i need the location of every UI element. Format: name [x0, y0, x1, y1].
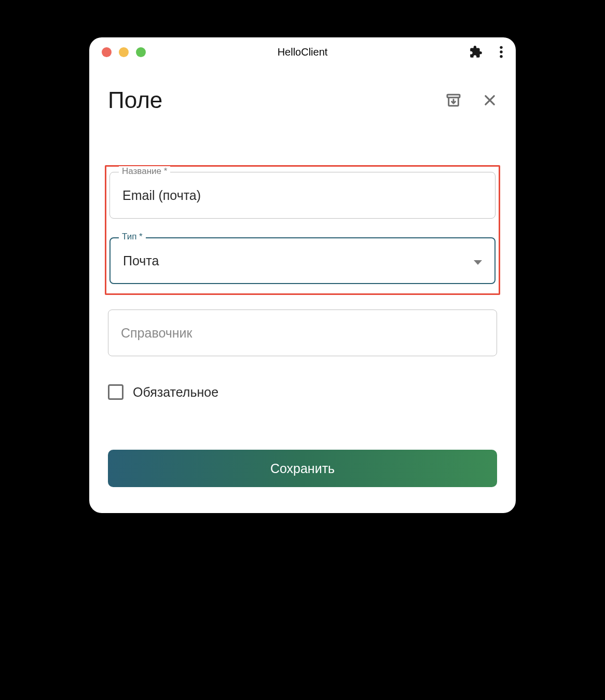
required-label: Обязательное: [133, 385, 218, 400]
type-field-wrap: Тип * Почта: [109, 237, 496, 284]
highlighted-fields: Название * Тип * Почта: [105, 165, 500, 295]
close-window-button[interactable]: [102, 47, 112, 57]
extension-icon[interactable]: [469, 45, 483, 59]
more-menu-icon[interactable]: [499, 45, 503, 59]
required-checkbox-row: Обязательное: [108, 384, 497, 400]
name-input[interactable]: [109, 172, 496, 219]
svg-point-1: [500, 50, 502, 53]
reference-input[interactable]: [108, 309, 497, 356]
chevron-down-icon: [474, 253, 482, 268]
close-button[interactable]: [483, 93, 497, 107]
archive-button[interactable]: [445, 92, 462, 109]
titlebar-actions: [469, 45, 503, 59]
save-button[interactable]: Сохранить: [108, 450, 497, 487]
titlebar: HelloClient: [89, 37, 516, 66]
maximize-window-button[interactable]: [136, 47, 146, 57]
name-label: Название *: [119, 166, 170, 177]
content-area: Поле Название *: [89, 66, 516, 513]
name-field-wrap: Название *: [109, 172, 496, 219]
traffic-lights: [102, 47, 146, 57]
reference-field-wrap: [108, 309, 497, 356]
type-label: Тип *: [119, 232, 146, 242]
svg-rect-3: [447, 95, 460, 97]
type-select[interactable]: Почта: [109, 237, 496, 284]
svg-point-2: [500, 55, 502, 58]
header-actions: [445, 92, 497, 109]
required-checkbox[interactable]: [108, 384, 123, 400]
window-title: HelloClient: [278, 46, 328, 58]
page-header: Поле: [108, 87, 497, 113]
svg-point-0: [500, 46, 502, 49]
app-window: HelloClient Поле: [89, 37, 516, 513]
type-selected-value: Почта: [123, 253, 159, 268]
page-title: Поле: [108, 87, 162, 113]
minimize-window-button[interactable]: [119, 47, 129, 57]
